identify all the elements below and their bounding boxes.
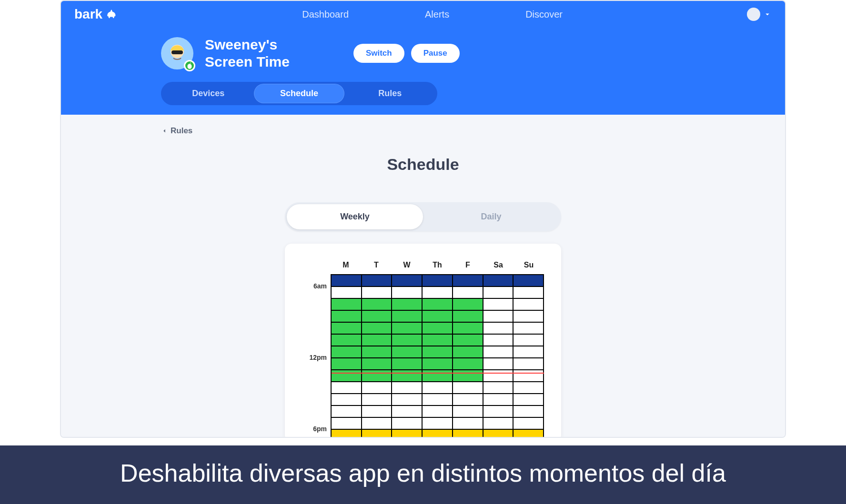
- back-link[interactable]: Rules: [161, 126, 192, 136]
- schedule-cell[interactable]: [332, 335, 362, 346]
- schedule-cell[interactable]: [392, 394, 423, 406]
- schedule-cell[interactable]: [514, 275, 544, 287]
- schedule-cell[interactable]: [453, 346, 483, 358]
- schedule-cell[interactable]: [392, 335, 423, 346]
- schedule-cell[interactable]: [362, 311, 393, 323]
- schedule-cell[interactable]: [332, 406, 362, 418]
- tab-schedule[interactable]: Schedule: [254, 84, 345, 103]
- schedule-cell[interactable]: [392, 299, 423, 311]
- switch-button[interactable]: Switch: [353, 44, 404, 63]
- schedule-cell[interactable]: [392, 275, 423, 287]
- schedule-cell[interactable]: [514, 418, 544, 430]
- schedule-cell[interactable]: [332, 346, 362, 358]
- schedule-cell[interactable]: [453, 430, 483, 438]
- schedule-cell[interactable]: [332, 287, 362, 299]
- schedule-cell[interactable]: [362, 335, 393, 346]
- schedule-cell[interactable]: [332, 358, 362, 370]
- schedule-cell[interactable]: [362, 275, 393, 287]
- schedule-cell[interactable]: [453, 370, 483, 382]
- schedule-cell[interactable]: [514, 299, 544, 311]
- schedule-cell[interactable]: [392, 370, 423, 382]
- schedule-cell[interactable]: [453, 299, 483, 311]
- schedule-cell[interactable]: [483, 311, 514, 323]
- schedule-cell[interactable]: [423, 394, 453, 406]
- schedule-cell[interactable]: [362, 370, 393, 382]
- schedule-cell[interactable]: [453, 311, 483, 323]
- schedule-cell[interactable]: [483, 418, 514, 430]
- schedule-cell[interactable]: [362, 382, 393, 394]
- schedule-cell[interactable]: [423, 358, 453, 370]
- schedule-cell[interactable]: [362, 394, 393, 406]
- schedule-cell[interactable]: [332, 382, 362, 394]
- schedule-cell[interactable]: [423, 311, 453, 323]
- tab-devices[interactable]: Devices: [163, 84, 254, 103]
- schedule-cell[interactable]: [483, 323, 514, 335]
- schedule-cell[interactable]: [362, 299, 393, 311]
- schedule-cell[interactable]: [392, 311, 423, 323]
- schedule-cell[interactable]: [423, 430, 453, 438]
- schedule-cell[interactable]: [483, 335, 514, 346]
- schedule-cell[interactable]: [483, 346, 514, 358]
- schedule-cell[interactable]: [362, 323, 393, 335]
- schedule-cell[interactable]: [514, 394, 544, 406]
- schedule-cell[interactable]: [423, 370, 453, 382]
- schedule-cell[interactable]: [453, 287, 483, 299]
- schedule-cell[interactable]: [483, 394, 514, 406]
- view-daily[interactable]: Daily: [423, 204, 559, 229]
- schedule-cell[interactable]: [483, 299, 514, 311]
- schedule-cell[interactable]: [453, 394, 483, 406]
- schedule-cell[interactable]: [362, 287, 393, 299]
- schedule-cell[interactable]: [453, 418, 483, 430]
- schedule-cell[interactable]: [392, 346, 423, 358]
- schedule-cell[interactable]: [423, 418, 453, 430]
- schedule-cell[interactable]: [392, 430, 423, 438]
- schedule-cell[interactable]: [332, 418, 362, 430]
- schedule-cell[interactable]: [362, 418, 393, 430]
- schedule-cell[interactable]: [332, 370, 362, 382]
- schedule-cell[interactable]: [392, 287, 423, 299]
- nav-dashboard[interactable]: Dashboard: [302, 9, 349, 20]
- schedule-cell[interactable]: [514, 358, 544, 370]
- schedule-cell[interactable]: [332, 311, 362, 323]
- pause-button[interactable]: Pause: [411, 44, 460, 63]
- schedule-cell[interactable]: [514, 335, 544, 346]
- schedule-cell[interactable]: [514, 406, 544, 418]
- schedule-cell[interactable]: [332, 323, 362, 335]
- account-menu[interactable]: [747, 8, 772, 21]
- schedule-cell[interactable]: [483, 430, 514, 438]
- schedule-cell[interactable]: [453, 335, 483, 346]
- schedule-cell[interactable]: [453, 275, 483, 287]
- schedule-cell[interactable]: [514, 323, 544, 335]
- schedule-cell[interactable]: [362, 406, 393, 418]
- schedule-cell[interactable]: [423, 275, 453, 287]
- schedule-cell[interactable]: [514, 430, 544, 438]
- schedule-cell[interactable]: [362, 358, 393, 370]
- schedule-cell[interactable]: [332, 394, 362, 406]
- schedule-cell[interactable]: [332, 299, 362, 311]
- schedule-cell[interactable]: [483, 287, 514, 299]
- schedule-cell[interactable]: [392, 323, 423, 335]
- schedule-cell[interactable]: [423, 382, 453, 394]
- schedule-cell[interactable]: [423, 299, 453, 311]
- schedule-cell[interactable]: [392, 406, 423, 418]
- schedule-cell[interactable]: [423, 287, 453, 299]
- schedule-cell[interactable]: [423, 335, 453, 346]
- schedule-cell[interactable]: [514, 370, 544, 382]
- schedule-cell[interactable]: [514, 287, 544, 299]
- schedule-cell[interactable]: [483, 406, 514, 418]
- nav-alerts[interactable]: Alerts: [425, 9, 449, 20]
- schedule-cell[interactable]: [392, 358, 423, 370]
- schedule-cell[interactable]: [483, 382, 514, 394]
- schedule-cell[interactable]: [483, 358, 514, 370]
- schedule-cell[interactable]: [453, 406, 483, 418]
- schedule-cell[interactable]: [392, 382, 423, 394]
- tab-rules[interactable]: Rules: [344, 84, 435, 103]
- schedule-cell[interactable]: [483, 275, 514, 287]
- schedule-cell[interactable]: [453, 358, 483, 370]
- schedule-cell[interactable]: [362, 430, 393, 438]
- nav-discover[interactable]: Discover: [525, 9, 563, 20]
- logo[interactable]: bark: [74, 7, 118, 22]
- schedule-cell[interactable]: [453, 323, 483, 335]
- schedule-cell[interactable]: [483, 370, 514, 382]
- schedule-cell[interactable]: [332, 430, 362, 438]
